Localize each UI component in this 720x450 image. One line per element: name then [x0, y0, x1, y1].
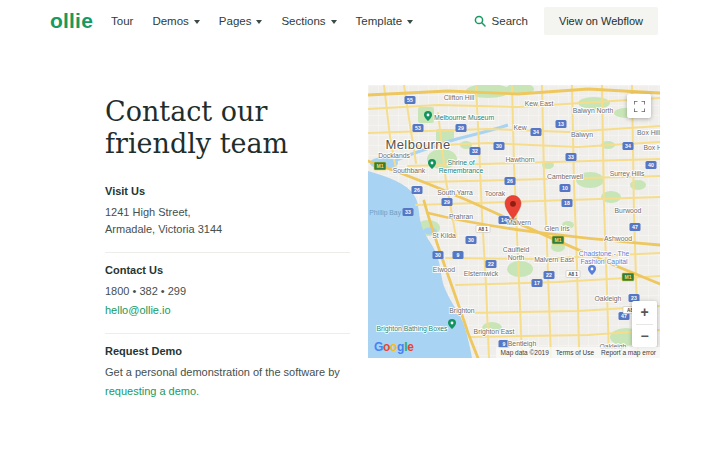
nav-item-demos[interactable]: Demos: [152, 15, 199, 27]
map-label-malvern-east: Malvern East: [534, 256, 574, 263]
fullscreen-icon: [634, 101, 645, 112]
zoom-out-button[interactable]: −: [632, 325, 657, 348]
road-shield: 33: [568, 154, 574, 160]
terms-of-use-link[interactable]: Terms of Use: [556, 349, 594, 356]
map-label-shrine-line2: Remembrance: [439, 167, 484, 174]
road-shield: 30: [496, 143, 502, 149]
request-demo-title: Request Demo: [105, 345, 350, 357]
logo[interactable]: ollie: [50, 9, 93, 33]
map-label-surrey-hills: Surrey Hills: [610, 170, 645, 178]
map-label-south-yarra: South Yarra: [437, 189, 473, 196]
contact-content: Contact ourfriendly team Visit Us 1241 H…: [105, 96, 350, 414]
map-label-melbourne: Melbourne: [385, 137, 450, 152]
road-shield: 55: [407, 97, 413, 103]
map-data-text: Map data ©2019: [501, 349, 549, 356]
nav-label: Template: [356, 15, 403, 27]
road-shield: 32: [472, 148, 478, 154]
nav-label: Pages: [219, 15, 252, 27]
request-demo-section: Request Demo Get a personal demonstratio…: [105, 333, 350, 414]
road-shield: 34: [625, 143, 631, 149]
view-on-webflow-button[interactable]: View on Webflow: [544, 7, 658, 35]
header-right: Search View on Webflow: [474, 7, 658, 35]
road-shield: 29: [458, 125, 464, 131]
nav-label: Demos: [152, 15, 188, 27]
search-button[interactable]: Search: [474, 15, 528, 27]
nav-item-sections[interactable]: Sections: [281, 15, 336, 27]
fullscreen-button[interactable]: [627, 94, 651, 118]
map-label-caulfield-line2: North: [508, 254, 525, 261]
map-label-caulfield-line1: Caulfield: [503, 246, 530, 253]
email-link[interactable]: hello@ollie.io: [105, 302, 171, 319]
road-shield: 9: [457, 252, 460, 258]
visit-address-line2: Armadale, Victoria 3144: [105, 221, 350, 238]
map-label-port-phillip-bay: Port Phillip Bay: [368, 209, 402, 217]
road-shield: 17: [534, 280, 540, 286]
chevron-down-icon: [331, 20, 337, 24]
map-label-box-hill: Box Hill: [643, 144, 660, 151]
road-shield: 30: [435, 252, 441, 258]
map-label-bathing-boxes: Brighton Bathing Boxes: [376, 325, 448, 333]
visit-us-title: Visit Us: [105, 185, 350, 197]
map-label-elwood: Elwood: [433, 266, 456, 273]
map-label-hawthorn: Hawthorn: [505, 156, 534, 163]
visit-us-section: Visit Us 1241 High Street, Armadale, Vic…: [105, 174, 350, 252]
map-label-oakleigh: Oakleigh: [595, 295, 622, 303]
map-label-glen-iris: Glen Iris: [544, 225, 570, 232]
road-shield: 26: [507, 178, 513, 184]
road-shield: 29: [444, 199, 450, 205]
map-label-docklands: Docklands: [378, 152, 410, 159]
road-shield: 26: [414, 187, 420, 193]
nav-item-template[interactable]: Template: [356, 15, 414, 27]
map-label-clifton-hill: Clifton Hill: [444, 94, 475, 101]
map-label-ashwood: Ashwood: [604, 235, 632, 242]
page: ollie Tour Demos Pages Sections Template…: [0, 0, 720, 450]
road-shield: 22: [488, 261, 494, 267]
road-shield: M1: [625, 274, 632, 280]
road-shield: 33: [405, 209, 411, 215]
road-shield: 30: [468, 237, 474, 243]
request-demo-link[interactable]: requesting a demo.: [105, 383, 199, 400]
main-nav: Tour Demos Pages Sections Template: [111, 15, 413, 27]
page-title: Contact ourfriendly team: [105, 96, 350, 160]
map-label-prahran: Prahran: [449, 213, 473, 220]
map-label-box-hill-north: Box Hill N: [637, 129, 660, 136]
road-shield: 13: [558, 121, 564, 127]
road-shield: 47: [632, 224, 638, 230]
road-shield: 10: [562, 185, 568, 191]
map-label-southbank: Southbank: [393, 167, 426, 174]
google-map[interactable]: 55 53 29 32 30 13 34 33 34 40 26 18 14 2…: [368, 85, 660, 358]
nav-label: Sections: [281, 15, 325, 27]
search-label: Search: [492, 15, 528, 27]
map-label-shrine-line1: Shrine of: [447, 159, 474, 166]
map-canvas[interactable]: 55 53 29 32 30 13 34 33 34 40 26 18 14 2…: [368, 85, 660, 358]
map-label-brighton: Brighton: [449, 307, 475, 315]
road-shield: M1: [377, 163, 384, 169]
road-shield: M1: [555, 237, 562, 243]
road-shield: A8 1: [478, 227, 488, 232]
report-map-error-link[interactable]: Report a map error: [601, 349, 656, 356]
zoom-control: + −: [632, 301, 657, 347]
map-label-balwyn: Balwyn: [571, 131, 593, 139]
map-label-chadstone-line2: Fashion Capital: [580, 258, 628, 266]
road-shield: 53: [415, 125, 421, 131]
map-label-burwood: Burwood: [615, 207, 642, 214]
map-attribution: Map data ©2019 Terms of Use Report a map…: [496, 347, 660, 358]
title-line2: friendly team: [105, 128, 288, 159]
nav-item-tour[interactable]: Tour: [111, 15, 133, 27]
contact-us-title: Contact Us: [105, 264, 350, 276]
map-label-toorak: Toorak: [485, 190, 506, 197]
chevron-down-icon: [407, 20, 413, 24]
chevron-down-icon: [194, 20, 200, 24]
map-label-st-kilda: St Kilda: [432, 232, 456, 239]
nav-item-pages[interactable]: Pages: [219, 15, 263, 27]
title-line1: Contact our: [105, 96, 267, 127]
road-shield: A8 1: [568, 272, 578, 277]
chevron-down-icon: [256, 20, 262, 24]
request-demo-text: Get a personal demonstration of the soft…: [105, 364, 350, 381]
map-label-melbourne-museum: Melbourne Museum: [434, 114, 494, 121]
google-letter: e: [407, 340, 413, 354]
google-logo[interactable]: Google: [374, 340, 414, 354]
zoom-in-button[interactable]: +: [632, 301, 657, 324]
google-letter: G: [374, 340, 383, 354]
map-label-kew: Kew: [513, 124, 526, 131]
